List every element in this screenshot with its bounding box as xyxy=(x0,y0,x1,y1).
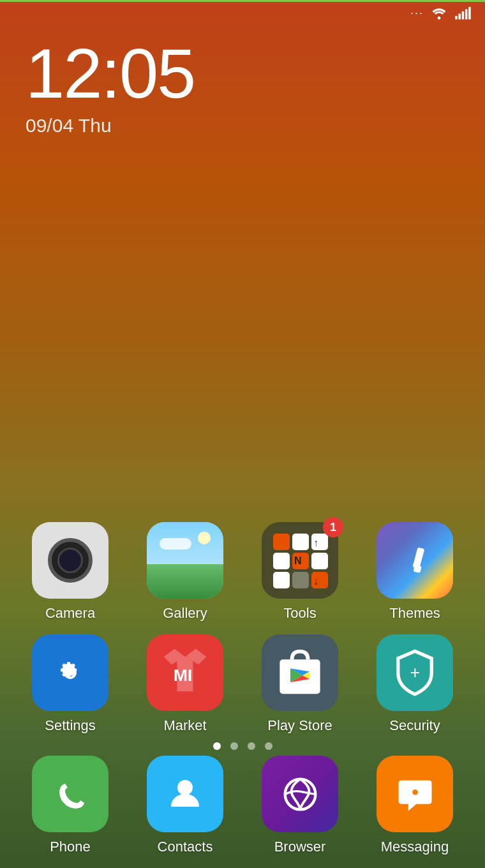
svg-rect-11 xyxy=(311,553,328,569)
security-svg: + xyxy=(386,644,444,701)
svg-rect-5 xyxy=(468,7,471,20)
svg-rect-13 xyxy=(292,572,309,588)
dock-phone[interactable]: Phone xyxy=(19,756,121,855)
market-label: Market xyxy=(163,717,206,734)
svg-rect-1 xyxy=(455,16,458,20)
clock-date: 09/04 Thu xyxy=(26,115,195,137)
app-camera[interactable]: Camera xyxy=(19,522,121,622)
camera-icon xyxy=(32,522,108,599)
svg-rect-7 xyxy=(292,534,309,550)
svg-rect-9 xyxy=(273,553,290,569)
tools-icon: 1 N ↓ ↑ xyxy=(262,522,338,599)
playstore-svg xyxy=(268,641,332,705)
status-dots: ··· xyxy=(410,6,424,20)
svg-text:+: + xyxy=(410,663,421,682)
svg-point-27 xyxy=(177,780,193,795)
page-dot-4[interactable] xyxy=(265,742,272,750)
signal-icon xyxy=(454,6,472,20)
app-themes[interactable]: Themes xyxy=(364,522,466,622)
svg-text:N: N xyxy=(294,555,302,566)
app-market[interactable]: MI Market xyxy=(134,634,236,734)
svg-rect-6 xyxy=(273,534,290,550)
market-icon: MI xyxy=(147,634,223,711)
app-playstore[interactable]: Play Store xyxy=(249,634,351,734)
svg-rect-12 xyxy=(273,572,290,588)
messaging-svg xyxy=(394,774,436,815)
svg-point-29 xyxy=(412,789,418,795)
playstore-icon xyxy=(262,634,338,711)
app-row-1: Camera Gallery 1 xyxy=(13,522,472,622)
page-dot-2[interactable] xyxy=(230,742,238,750)
svg-rect-3 xyxy=(462,11,465,20)
tools-svg: N ↓ ↑ xyxy=(268,528,332,592)
gallery-icon xyxy=(147,522,223,599)
dock-browser[interactable]: Browser xyxy=(249,756,351,855)
app-tools[interactable]: 1 N ↓ ↑ xyxy=(249,522,351,622)
dock: Phone Contacts Browser xyxy=(0,756,485,855)
dock-contacts[interactable]: Contacts xyxy=(134,756,236,855)
svg-rect-4 xyxy=(465,9,468,19)
messaging-icon xyxy=(377,756,453,832)
browser-label: Browser xyxy=(274,839,326,855)
wifi-icon xyxy=(430,6,448,20)
app-settings[interactable]: Settings xyxy=(19,634,121,734)
security-label: Security xyxy=(389,717,440,734)
browser-icon xyxy=(262,756,338,832)
status-bar: ··· xyxy=(0,0,485,26)
svg-text:↑: ↑ xyxy=(313,537,318,548)
security-icon: + xyxy=(377,634,453,711)
app-security[interactable]: + Security xyxy=(364,634,466,734)
themes-label: Themes xyxy=(389,605,440,622)
contacts-icon xyxy=(147,756,223,832)
phone-svg xyxy=(51,775,89,813)
playstore-label: Play Store xyxy=(267,717,332,734)
status-icons: ··· xyxy=(410,6,472,20)
messaging-label: Messaging xyxy=(381,839,449,855)
settings-icon xyxy=(32,634,108,711)
svg-text:↓: ↓ xyxy=(313,576,318,587)
settings-label: Settings xyxy=(45,717,96,734)
svg-text:MI: MI xyxy=(174,666,193,685)
camera-label: Camera xyxy=(45,605,95,622)
phone-label: Phone xyxy=(50,839,91,855)
app-row-2: Settings MI Market xyxy=(13,634,472,734)
settings-svg xyxy=(51,654,89,692)
page-dot-1[interactable] xyxy=(213,742,221,750)
app-gallery[interactable]: Gallery xyxy=(134,522,236,622)
svg-point-0 xyxy=(438,17,441,20)
contacts-label: Contacts xyxy=(158,839,213,855)
tools-badge: 1 xyxy=(323,517,343,537)
gallery-label: Gallery xyxy=(163,605,207,622)
market-svg: MI xyxy=(153,641,217,705)
clock-time: 12:05 xyxy=(26,38,195,108)
themes-svg xyxy=(398,543,433,578)
themes-icon xyxy=(377,522,453,599)
app-grid: Camera Gallery 1 xyxy=(0,522,485,747)
contacts-svg xyxy=(166,775,204,813)
page-dots xyxy=(0,742,485,750)
dock-messaging[interactable]: Messaging xyxy=(364,756,466,855)
svg-rect-2 xyxy=(458,13,461,19)
tools-label: Tools xyxy=(283,605,316,622)
browser-svg xyxy=(280,774,321,815)
clock-section: 12:05 09/04 Thu xyxy=(26,38,195,137)
phone-icon xyxy=(32,756,108,832)
page-dot-3[interactable] xyxy=(248,742,255,750)
